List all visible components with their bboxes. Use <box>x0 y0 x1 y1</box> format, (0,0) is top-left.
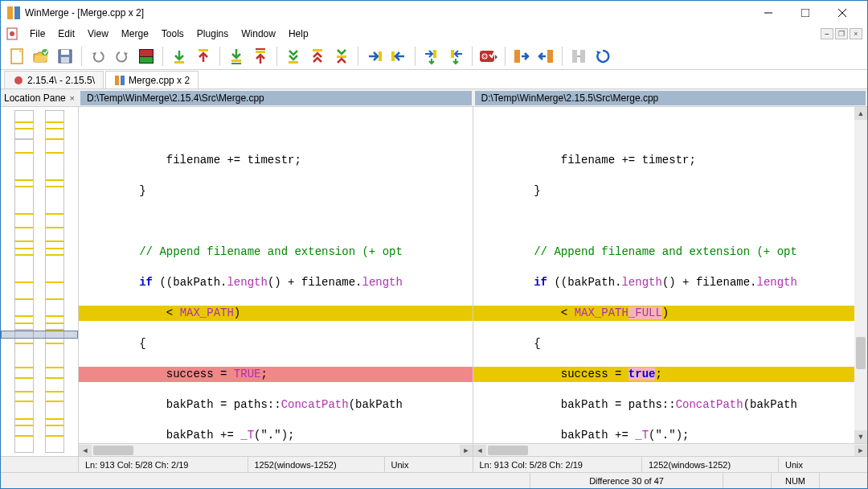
all-left-button[interactable] <box>534 45 557 68</box>
svg-rect-17 <box>199 49 208 51</box>
toolbar <box>1 43 867 70</box>
maximize-button[interactable] <box>787 1 824 25</box>
svg-rect-34 <box>580 50 585 63</box>
right-code-view[interactable]: filename += timestr; } // Append filenam… <box>473 107 854 443</box>
svg-point-7 <box>10 31 14 36</box>
svg-rect-27 <box>433 50 436 58</box>
right-editor-pane: filename += timestr; } // Append filenam… <box>473 107 867 456</box>
redo-button[interactable] <box>111 45 133 68</box>
record-button[interactable] <box>135 45 158 68</box>
svg-rect-31 <box>514 50 520 63</box>
svg-rect-22 <box>289 61 298 64</box>
right-eol: Unix <box>779 457 867 472</box>
svg-rect-11 <box>61 50 69 55</box>
folder-diff-icon <box>13 75 24 86</box>
refresh-button[interactable] <box>592 45 614 68</box>
mdi-minimize-button[interactable]: ‒ <box>821 28 833 39</box>
mdi-doc-icon <box>6 27 18 40</box>
copy-left-button[interactable] <box>387 45 410 68</box>
minimize-button[interactable] <box>750 1 787 25</box>
pane-header: Location Pane × D:\Temp\WinMerge\2.15.4\… <box>1 89 867 107</box>
left-code-view[interactable]: filename += timestr; } // Append filenam… <box>79 107 473 443</box>
svg-rect-14 <box>140 50 153 56</box>
mdi-restore-button[interactable]: ❐ <box>835 28 848 39</box>
svg-rect-21 <box>256 51 265 53</box>
svg-rect-0 <box>7 6 13 19</box>
svg-rect-37 <box>121 76 125 85</box>
left-pos: Ln: 913 Col: 5/28 Ch: 2/19 <box>79 457 248 472</box>
titlebar: WinMerge - [Merge.cpp x 2] <box>1 1 867 25</box>
save-button[interactable] <box>54 45 76 68</box>
location-pane-close[interactable]: × <box>68 93 76 103</box>
left-enc: 1252(windows-1252) <box>248 457 385 472</box>
left-eol: Unix <box>385 457 473 472</box>
copy-right-advance-button[interactable] <box>420 45 443 68</box>
tab-folder-compare[interactable]: 2.15.4\ - 2.15.5\ <box>4 71 104 88</box>
menu-edit[interactable]: Edit <box>51 27 81 41</box>
menu-help[interactable]: Help <box>282 27 315 41</box>
right-hscrollbar[interactable]: ◄► <box>473 443 867 456</box>
close-button[interactable] <box>824 1 861 25</box>
menu-window[interactable]: Window <box>235 27 282 41</box>
right-file-path[interactable]: D:\Temp\WinMerge\2.15.5\Src\Merge.cpp <box>475 91 866 105</box>
open-button[interactable] <box>30 45 52 68</box>
copy-left-advance-button[interactable] <box>444 45 467 68</box>
location-pane[interactable] <box>1 107 79 456</box>
svg-rect-32 <box>547 50 553 63</box>
window-title: WinMerge - [Merge.cpp x 2] <box>25 7 750 18</box>
svg-rect-28 <box>451 50 454 58</box>
menu-view[interactable]: View <box>81 27 115 41</box>
all-right-button[interactable] <box>510 45 533 68</box>
svg-rect-18 <box>231 60 241 62</box>
statusbar-top: Ln: 913 Col: 5/28 Ch: 2/19 1252(windows-… <box>1 456 867 472</box>
svg-rect-33 <box>572 50 577 63</box>
undo-button[interactable] <box>87 45 109 68</box>
mdi-close-button[interactable]: × <box>850 28 862 39</box>
menubar: File Edit View Merge Tools Plugins Windo… <box>1 25 867 43</box>
svg-rect-1 <box>14 6 20 19</box>
svg-rect-25 <box>379 51 382 61</box>
location-bar-right[interactable] <box>45 110 64 453</box>
next-diff-alt-button[interactable] <box>225 45 248 68</box>
copy-right-button[interactable] <box>363 45 386 68</box>
options-button[interactable] <box>477 45 500 68</box>
svg-rect-23 <box>313 49 322 51</box>
svg-rect-3 <box>801 9 809 17</box>
statusbar-bottom: Difference 30 of 47 NUM <box>1 472 867 488</box>
prev-diff-button[interactable] <box>192 45 215 68</box>
svg-point-35 <box>14 76 23 84</box>
new-button[interactable] <box>6 45 28 68</box>
last-diff-button[interactable] <box>282 45 305 68</box>
left-editor-pane: filename += timestr; } // Append filenam… <box>79 107 473 456</box>
left-file-path[interactable]: D:\Temp\WinMerge\2.15.4\Src\Merge.cpp <box>80 91 472 105</box>
right-pos: Ln: 913 Col: 5/28 Ch: 2/19 <box>473 457 643 472</box>
caps-indicator <box>723 473 771 488</box>
right-enc: 1252(windows-1252) <box>642 457 779 472</box>
right-vscrollbar[interactable]: ▲▼ <box>854 107 867 443</box>
auto-merge-button[interactable] <box>567 45 590 68</box>
left-hscrollbar[interactable]: ◄► <box>79 443 473 456</box>
document-tabs: 2.15.4\ - 2.15.5\ Merge.cpp x 2 <box>1 70 867 89</box>
tab-merge-cpp[interactable]: Merge.cpp x 2 <box>105 71 199 88</box>
num-indicator: NUM <box>771 473 819 488</box>
location-bar-left[interactable] <box>14 110 34 453</box>
app-icon <box>7 6 20 19</box>
current-diff-button[interactable] <box>330 45 353 68</box>
diff-count: Difference 30 of 47 <box>530 473 723 488</box>
file-diff-icon <box>114 75 125 86</box>
scrl-indicator <box>819 473 867 488</box>
menu-tools[interactable]: Tools <box>155 27 190 41</box>
location-indicator[interactable] <box>1 331 78 339</box>
svg-rect-36 <box>115 76 119 85</box>
first-diff-button[interactable] <box>306 45 329 68</box>
tab-label: 2.15.4\ - 2.15.5\ <box>27 75 95 86</box>
next-diff-button[interactable] <box>168 45 190 68</box>
svg-rect-12 <box>61 57 69 63</box>
menu-merge[interactable]: Merge <box>115 27 155 41</box>
menu-file[interactable]: File <box>23 27 51 41</box>
svg-rect-20 <box>256 48 265 50</box>
prev-diff-alt-button[interactable] <box>249 45 272 68</box>
tab-label: Merge.cpp x 2 <box>129 75 190 86</box>
menu-plugins[interactable]: Plugins <box>190 27 235 41</box>
main-area: filename += timestr; } // Append filenam… <box>1 107 867 456</box>
